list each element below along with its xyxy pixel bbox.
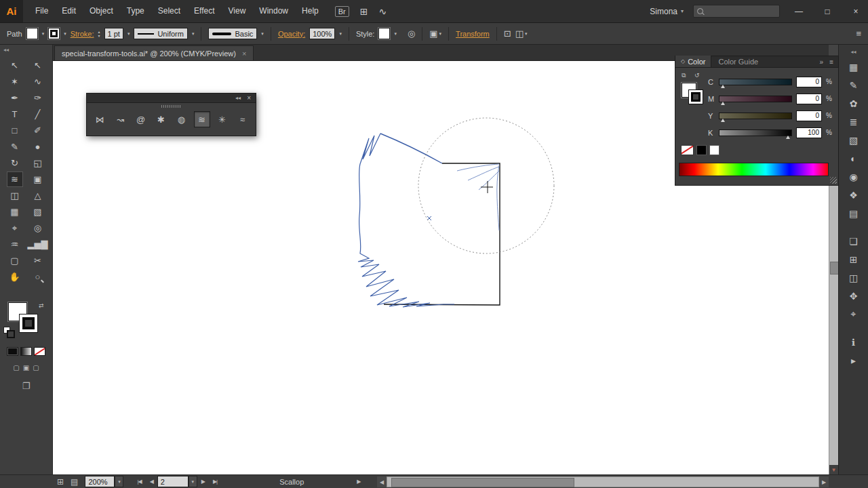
column-graph-tool[interactable]: ▂▅▇ — [30, 237, 46, 252]
scallop-tool[interactable]: ≋ — [194, 111, 210, 127]
blob-brush-tool[interactable]: ● — [30, 139, 46, 155]
m-slider-track[interactable] — [719, 96, 792, 102]
horizontal-scrollbar[interactable] — [387, 476, 819, 487]
menu-window[interactable]: Window — [252, 0, 295, 22]
drag-handle[interactable] — [161, 105, 182, 108]
shape-builder-tool[interactable]: ◫ — [7, 188, 23, 203]
pencil-tool[interactable]: ✎ — [7, 139, 23, 155]
zoom-tool[interactable]: ○ — [30, 269, 46, 285]
stroke-weight-stepper[interactable]: ▴ ▾ — [98, 30, 100, 38]
selection-tool[interactable]: ↖ — [7, 58, 23, 73]
twirl-tool[interactable]: @ — [133, 111, 149, 127]
previous-artboard-button[interactable]: ◀ — [146, 479, 157, 485]
menu-type[interactable]: Type — [120, 0, 151, 22]
c-value-field[interactable]: 0 — [796, 77, 822, 87]
width-tool[interactable]: ⋈ — [92, 111, 108, 127]
perspective-grid-tool[interactable]: △ — [30, 188, 46, 203]
first-artboard-button[interactable]: |◀ — [133, 479, 145, 485]
transparency-icon[interactable]: ◐ — [844, 150, 863, 167]
magic-wand-tool[interactable]: ✶ — [7, 74, 23, 89]
status-flyout-icon[interactable]: ▶ — [357, 479, 361, 485]
collapse-panel-icon[interactable]: ◂◂ — [3, 47, 9, 53]
info-icon[interactable]: ℹ — [844, 333, 863, 350]
lasso-tool[interactable]: ∿ — [30, 74, 46, 89]
document-info-icon[interactable]: ▤ — [71, 477, 78, 487]
search-input[interactable] — [707, 7, 769, 16]
next-artboard-button[interactable]: ▶ — [197, 479, 209, 485]
tab-color-guide[interactable]: Color Guide — [711, 56, 765, 67]
select-similar-icon[interactable]: ▣ ▾ — [429, 28, 441, 39]
mini-swatches-icon[interactable]: ⧉ — [682, 72, 686, 79]
scroll-right-icon[interactable]: ▶ — [819, 476, 829, 487]
hand-tool[interactable]: ✋ — [7, 269, 23, 285]
expand-dock-icon[interactable]: ◂◂ — [850, 49, 856, 55]
minimize-button[interactable]: — — [789, 7, 808, 16]
menu-effect[interactable]: Effect — [187, 0, 221, 22]
transform-panel-link[interactable]: Transform — [456, 30, 490, 38]
zoom-control[interactable]: 200% ▾ — [85, 476, 123, 487]
pen-tool[interactable]: ✒ — [7, 90, 23, 106]
m-value-field[interactable]: 0 — [796, 94, 822, 104]
blue-top-curve[interactable] — [380, 134, 442, 163]
step-down-icon[interactable]: ▾ — [98, 34, 100, 38]
free-transform-tool[interactable]: ▣ — [30, 171, 46, 187]
eyedropper-tool[interactable]: ⌖ — [7, 220, 23, 236]
fill-swatch[interactable] — [26, 28, 38, 39]
k-value-field[interactable]: 100 — [796, 127, 822, 138]
opacity-field[interactable]: 100% — [309, 28, 335, 39]
k-slider-track[interactable] — [719, 129, 792, 136]
stroke-swatch[interactable] — [48, 28, 60, 39]
none-swatch[interactable] — [681, 145, 694, 155]
pathfinder-icon[interactable]: ◫ — [844, 269, 863, 286]
panel-stroke-swatch[interactable] — [688, 89, 703, 104]
artboard-number-field[interactable]: 2 — [157, 476, 189, 487]
swatches-icon[interactable]: ▦ — [844, 58, 863, 75]
close-icon[interactable]: × — [242, 49, 246, 58]
direct-selection-tool[interactable]: ↖ — [30, 58, 46, 73]
none-mode-button[interactable] — [34, 347, 45, 356]
chevron-down-icon[interactable]: ▾ — [261, 31, 264, 37]
menu-select[interactable]: Select — [151, 0, 187, 22]
chevron-down-icon[interactable]: ▾ — [64, 31, 66, 37]
graphic-styles-icon[interactable]: ❖ — [844, 186, 863, 203]
zoom-field[interactable]: 200% — [85, 476, 115, 487]
control-panel-menu-icon[interactable]: ≡ — [856, 28, 861, 39]
menu-help[interactable]: Help — [295, 0, 326, 22]
paintbrush-tool[interactable]: ✐ — [30, 123, 46, 138]
gradient-icon[interactable]: ▧ — [844, 131, 863, 148]
stroke-icon[interactable]: ≣ — [844, 113, 863, 130]
workspace-switcher[interactable]: Simona ▾ — [650, 7, 684, 16]
type-tool[interactable]: T — [7, 106, 23, 122]
stroke-panel-link[interactable]: Stroke: — [71, 30, 94, 38]
view-options-icon[interactable]: ⊞ — [57, 477, 64, 487]
style-swatch[interactable] — [378, 28, 390, 39]
draw-behind-icon[interactable]: ▣ — [23, 364, 29, 371]
horizontal-scrollbar-thumb[interactable] — [391, 478, 574, 487]
draw-normal-icon[interactable]: ▢ — [13, 364, 19, 371]
gradient-mode-button[interactable] — [20, 347, 32, 356]
arrange-documents-icon[interactable]: ⊞ — [360, 6, 368, 17]
transform-icon[interactable]: ✥ — [844, 287, 863, 304]
y-slider-track[interactable] — [719, 113, 792, 119]
slider-thumb[interactable] — [721, 85, 725, 88]
artboard-navigation[interactable]: 2 ▾ — [157, 476, 197, 487]
distorted-blue-path[interactable] — [358, 134, 454, 307]
last-artboard-button[interactable]: ▶| — [209, 479, 221, 485]
brushes-icon[interactable]: ✎ — [844, 77, 863, 94]
navigator-icon[interactable]: ⌖ — [844, 306, 863, 323]
liquify-panel-titlebar[interactable]: ◂◂ × — [87, 94, 256, 103]
close-button[interactable]: × — [846, 7, 865, 16]
cs-live-icon[interactable]: ∿ — [378, 6, 387, 17]
line-segment-tool[interactable]: ╱ — [30, 106, 46, 122]
maximize-button[interactable]: □ — [818, 7, 837, 16]
align-options-icon[interactable]: ◫ ▾ — [515, 28, 528, 39]
wrinkle-tool[interactable]: ≈ — [235, 111, 251, 127]
menu-edit[interactable]: Edit — [55, 0, 83, 22]
mesh-tool[interactable]: ▦ — [7, 204, 23, 220]
color-spectrum[interactable] — [679, 163, 829, 176]
liquify-tools-panel[interactable]: ◂◂ × ⋈↝@✱◍≋✳≈ — [86, 93, 256, 136]
scale-tool[interactable]: ◱ — [30, 155, 46, 171]
search-box[interactable] — [693, 5, 780, 18]
chevron-down-icon[interactable]: ▾ — [42, 31, 45, 37]
blend-tool[interactable]: ◎ — [30, 220, 46, 236]
